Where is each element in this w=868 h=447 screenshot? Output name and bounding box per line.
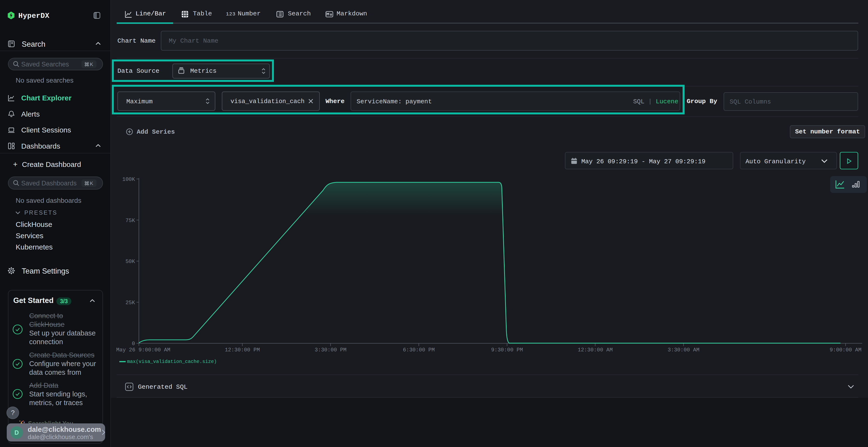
svg-text:6:30:00 PM: 6:30:00 PM <box>403 347 435 353</box>
svg-text:25K: 25K <box>125 300 135 306</box>
svg-text:50K: 50K <box>125 259 135 265</box>
svg-text:100K: 100K <box>122 176 135 182</box>
svg-text:12:30:00 PM: 12:30:00 PM <box>225 347 260 353</box>
svg-text:9:30:00 PM: 9:30:00 PM <box>491 347 523 353</box>
svg-text:12:30:00 AM: 12:30:00 AM <box>578 347 613 353</box>
svg-text:3:30:00 PM: 3:30:00 PM <box>315 347 346 353</box>
svg-text:May 26 9:00:00 AM: May 26 9:00:00 AM <box>116 347 170 353</box>
svg-text:3:30:00 AM: 3:30:00 AM <box>668 347 700 353</box>
svg-text:9:00:00 AM: 9:00:00 AM <box>830 347 862 353</box>
svg-text:75K: 75K <box>125 218 135 224</box>
svg-text:0: 0 <box>132 341 135 347</box>
